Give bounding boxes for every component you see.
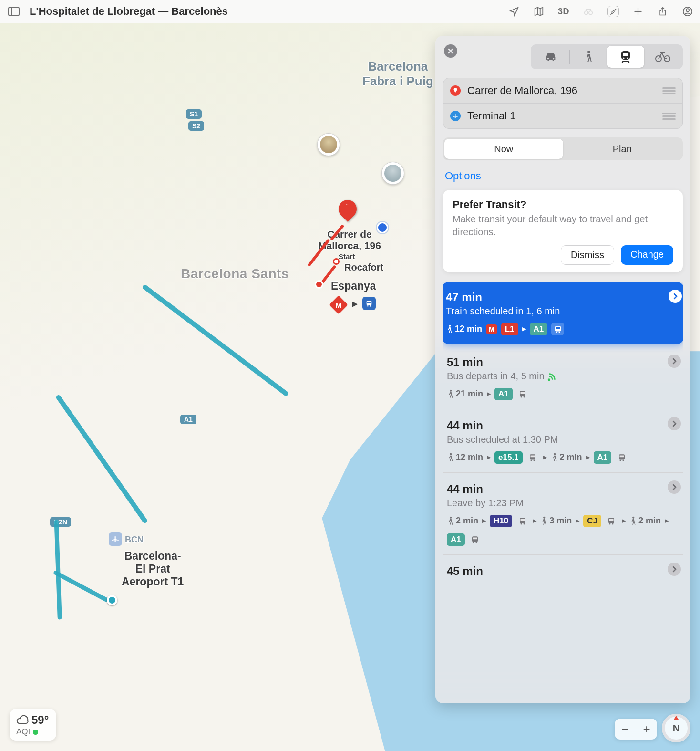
station-label-rocafort: Rocafort [344, 262, 383, 273]
walk-icon [447, 516, 454, 526]
map-label-sants: Barcelona Sants [181, 266, 289, 282]
route-expand-button[interactable] [669, 290, 682, 303]
temperature: 59° [31, 714, 49, 726]
locate-button[interactable] [508, 6, 520, 17]
route-subtitle: Bus scheduled at 1:30 PM [447, 434, 676, 445]
reorder-grip-icon[interactable] [662, 87, 676, 94]
chevron-right-icon [672, 420, 677, 427]
compass-button[interactable]: N [662, 714, 690, 742]
location-arrow-icon [509, 6, 519, 17]
svg-point-43 [450, 516, 452, 518]
time-tab-now[interactable]: Now [444, 139, 563, 159]
leg-separator-icon: ▶ [665, 518, 669, 524]
routes-list[interactable]: 47 min Train scheduled in 1, 6 min 12 mi… [443, 282, 683, 703]
svg-point-23 [449, 324, 451, 326]
line-badge: e15.1 [494, 451, 523, 464]
leg-separator-icon: ▶ [533, 518, 536, 524]
close-icon [448, 48, 453, 54]
mode-cycling[interactable] [644, 46, 681, 68]
route-expand-button[interactable] [668, 417, 681, 430]
svg-point-11 [370, 305, 371, 307]
mode-walking[interactable] [570, 46, 607, 68]
line-badge: A1 [530, 323, 548, 335]
route-expand-button[interactable] [668, 563, 681, 576]
leg-separator-icon: ▶ [576, 518, 579, 524]
walk-leg: 2 min [629, 516, 661, 526]
add-button[interactable] [632, 6, 644, 17]
road-shield: S2 [188, 121, 204, 131]
svg-point-51 [609, 523, 611, 524]
walk-leg: 12 min [447, 452, 483, 462]
svg-point-37 [534, 459, 535, 461]
route-card[interactable]: 44 min Bus scheduled at 1:30 PM 12 min▶e… [443, 409, 683, 472]
svg-rect-40 [619, 455, 624, 457]
toggle-sidebar-button[interactable] [7, 4, 21, 19]
svg-point-41 [619, 459, 621, 461]
route-subtitle: Leave by 1:23 PM [447, 498, 676, 509]
close-panel-button[interactable] [444, 44, 457, 58]
map-mode-button[interactable] [533, 6, 545, 17]
route-card[interactable]: 45 min [443, 554, 683, 588]
svg-point-48 [543, 516, 545, 518]
cloud-icon [16, 715, 29, 725]
bus-icon [362, 297, 376, 310]
zoom-control: − + [615, 719, 657, 740]
account-button[interactable] [682, 6, 693, 17]
line-badge: M [486, 324, 497, 334]
prefer-transit-card: Prefer Transit? Make transit your defaul… [443, 190, 683, 272]
stop-dest-row[interactable]: Terminal 1 [443, 103, 682, 128]
look-around-button[interactable] [583, 6, 594, 17]
svg-point-42 [622, 459, 624, 461]
route-legs: 12 min▶e15.1▶2 min▶A1 [447, 451, 676, 464]
svg-point-14 [547, 58, 549, 59]
map-icon [534, 6, 544, 17]
road-shield: S1 [186, 109, 202, 119]
svg-rect-30 [521, 392, 525, 394]
svg-point-32 [524, 396, 525, 397]
share-button[interactable] [657, 6, 669, 17]
origin-text: Carrer de Mallorca, 196 [467, 84, 656, 97]
route-expand-button[interactable] [668, 480, 681, 494]
chevron-right-icon [672, 566, 677, 573]
3d-toggle[interactable]: 3D [558, 7, 569, 17]
live-icon [547, 372, 557, 381]
station-dot-espanya [315, 280, 323, 289]
bike-icon [655, 52, 670, 62]
route-expand-button[interactable] [668, 355, 681, 368]
bus-icon [615, 451, 628, 464]
poi-bubble[interactable] [317, 133, 340, 156]
airport-code: BCN [125, 535, 144, 545]
directions-panel: Carrer de Mallorca, 196 Terminal 1 Now P… [435, 36, 690, 703]
route-card[interactable]: 44 min Leave by 1:23 PM 2 min▶H10▶3 min▶… [443, 472, 683, 554]
mode-transit[interactable] [607, 46, 644, 68]
svg-point-27 [558, 331, 560, 333]
route-card[interactable]: 47 min Train scheduled in 1, 6 min 12 mi… [443, 282, 683, 344]
change-button[interactable]: Change [621, 245, 673, 265]
route-card[interactable]: 51 min Bus departs in 4, 5 min 21 min▶A1 [443, 347, 683, 409]
dismiss-button[interactable]: Dismiss [561, 245, 614, 265]
aqi-dot-icon [33, 730, 38, 735]
zoom-out-button[interactable]: − [615, 719, 636, 740]
bus-icon [516, 514, 529, 527]
options-link[interactable]: Options [445, 170, 681, 182]
mode-driving[interactable] [532, 46, 569, 68]
bus-icon [605, 514, 618, 527]
directions-button[interactable] [607, 6, 619, 17]
time-tab-plan[interactable]: Plan [563, 139, 682, 159]
leg-separator-icon: ▶ [487, 391, 491, 397]
station-dot-rocafort [333, 258, 340, 265]
svg-point-38 [554, 453, 556, 455]
prefer-body: Make transit your default way to travel … [453, 213, 673, 239]
poi-bubble[interactable] [381, 162, 404, 185]
stop-origin-row[interactable]: Carrer de Mallorca, 196 [443, 78, 682, 103]
map-label-fabra: Barcelona Fabra i Puig [362, 59, 433, 89]
walk-icon [447, 389, 454, 399]
reorder-grip-icon[interactable] [662, 113, 676, 120]
weather-widget[interactable]: 59° AQI [10, 709, 56, 741]
svg-rect-50 [609, 519, 614, 521]
leg-separator-icon: ▶ [543, 454, 547, 460]
zoom-in-button[interactable]: + [636, 719, 657, 740]
sidebar-icon [8, 7, 20, 16]
route-duration: 47 min [446, 291, 677, 304]
walk-icon [447, 453, 454, 462]
